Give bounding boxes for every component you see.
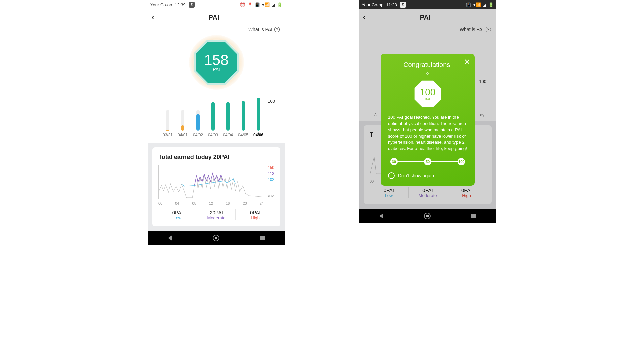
y-113: 113	[268, 171, 274, 176]
clock-label: 12:39	[175, 2, 186, 7]
bar-04/05[interactable]	[238, 97, 249, 131]
battery-icon: 🔋	[488, 2, 494, 7]
modal-badge: 100 PAI	[388, 80, 467, 108]
wifi-icon: ▾📶	[262, 2, 270, 7]
clock-label: 11:28	[386, 2, 397, 7]
wifi-icon: ▾📶	[473, 2, 481, 7]
x-tick: 04	[175, 201, 179, 205]
bar-label: 04/05	[238, 133, 249, 137]
today-partial: ay	[480, 113, 484, 117]
dont-show-label: Don't show again	[398, 173, 434, 178]
today-title: Total earned today 20PAI	[158, 154, 274, 161]
android-navbar	[359, 209, 496, 223]
divider-icon	[388, 72, 467, 75]
modal-body: 100 PAI goal reached. You are in the opt…	[388, 114, 467, 152]
modal-badge-value: 100	[420, 87, 436, 98]
x-tick: 00	[158, 201, 162, 205]
help-icon: ?	[274, 27, 280, 32]
x-tick: 20	[243, 201, 247, 205]
nav-home-button[interactable]	[424, 213, 431, 219]
phone-right: Your Co-op 11:28 Σ 📳 ▾📶 ◢ 🔋 ‹ PAI What i…	[359, 0, 496, 223]
carrier-label: Your Co-op	[362, 2, 383, 7]
bar-label: 04/04	[223, 133, 233, 137]
page-title: PAI	[358, 14, 492, 21]
slider-node-50: 50	[424, 158, 431, 165]
y-150: 150	[268, 165, 274, 170]
x-tick: 12	[209, 201, 213, 205]
nav-back-button[interactable]	[379, 213, 383, 219]
progress-slider: 30 50 100	[389, 158, 466, 165]
bar-label: 04/02	[193, 133, 203, 137]
reference-label: 100	[268, 99, 275, 104]
bar-04/01[interactable]	[177, 97, 188, 131]
x-tick: 08	[192, 201, 196, 205]
bpm-label: BPM	[266, 194, 274, 198]
modal-title: Congratulations!	[388, 61, 467, 69]
bar-04/02[interactable]	[193, 97, 203, 131]
status-bar: Your Co-op 11:28 Σ 📳 ▾📶 ◢ 🔋	[359, 0, 496, 9]
phone-left: Your Co-op 12:39 Σ ⏰ 📍 📳 ▾📶 ◢ 🔋 ‹ PAI Wh…	[148, 0, 285, 245]
battery-icon: 🔋	[277, 2, 282, 7]
reference-label: 100	[479, 79, 486, 84]
bar-04/03[interactable]	[208, 97, 218, 131]
app-header: ‹ PAI	[148, 9, 285, 25]
nav-recent-button[interactable]	[471, 214, 476, 218]
location-icon: 📍	[247, 2, 253, 7]
app-header: ‹ PAI	[359, 9, 496, 25]
bar-04/06[interactable]: ▲	[253, 97, 264, 131]
help-icon: ?	[486, 27, 491, 32]
today-section: Total earned today 20PAI 150 113 102 BPM…	[148, 143, 285, 231]
nav-home-button[interactable]	[213, 235, 219, 241]
what-is-pai-link[interactable]: What is PAI ?	[359, 25, 496, 35]
vibrate-icon: 📳	[466, 2, 471, 7]
x-tick: 16	[226, 201, 230, 205]
vibrate-icon: 📳	[255, 2, 260, 7]
weekly-pai-chart[interactable]: 100 ▲ 03/3104/0104/0204/0304/0404/0504/0…	[158, 97, 275, 137]
slider-node-30: 30	[390, 158, 398, 165]
bar-label: 04/01	[177, 133, 188, 137]
x-tick: 00	[370, 179, 374, 183]
congrats-modal: ✕ Congratulations! 100 PAI 100 PAI goal …	[381, 54, 475, 186]
what-is-pai-label: What is PAI	[460, 27, 484, 32]
zone-moderate: 20PAIModerate	[197, 209, 236, 220]
pai-badge: 158 PAI	[148, 35, 285, 97]
bar-03/31[interactable]	[162, 97, 173, 131]
pai-label: PAI	[213, 67, 220, 72]
close-button[interactable]: ✕	[464, 58, 470, 66]
nav-recent-button[interactable]	[260, 236, 265, 240]
checkbox-icon	[388, 172, 395, 179]
dont-show-checkbox[interactable]: Don't show again	[388, 172, 467, 179]
bar-label: 04/03	[208, 133, 218, 137]
zone-high: 0PAIHigh	[236, 209, 274, 220]
carrier-label: Your Co-op	[150, 2, 172, 7]
bar-label: 03/31	[162, 133, 173, 137]
modal-badge-label: PAI	[425, 98, 430, 101]
heart-rate-chart[interactable]: 150 113 102 BPM 00040812162024	[158, 165, 274, 205]
status-bar: Your Co-op 12:39 Σ ⏰ 📍 📳 ▾📶 ◢ 🔋	[148, 0, 285, 9]
signal-icon: ◢	[483, 2, 486, 7]
zone-high: 0PAIHigh	[447, 187, 486, 198]
nav-back-button[interactable]	[168, 235, 172, 241]
signal-icon: ◢	[272, 2, 275, 7]
sigma-icon: Σ	[400, 2, 406, 8]
x-tick: 24	[260, 201, 264, 205]
what-is-pai-link[interactable]: What is PAI ?	[148, 25, 285, 35]
y-102: 102	[268, 177, 274, 182]
bar-label: 04/06	[253, 133, 264, 137]
zone-low: 0PAILow	[370, 187, 409, 198]
android-navbar	[148, 231, 285, 245]
slider-node-100: 100	[458, 158, 465, 165]
bar-04/04[interactable]	[223, 97, 233, 131]
what-is-pai-label: What is PAI	[248, 27, 272, 32]
pai-value: 158	[204, 53, 228, 67]
sigma-icon: Σ	[189, 2, 195, 8]
zone-moderate: 0PAIModerate	[409, 187, 447, 198]
zone-low: 0PAILow	[158, 209, 197, 220]
page-title: PAI	[147, 14, 281, 21]
alarm-icon: ⏰	[240, 2, 245, 7]
